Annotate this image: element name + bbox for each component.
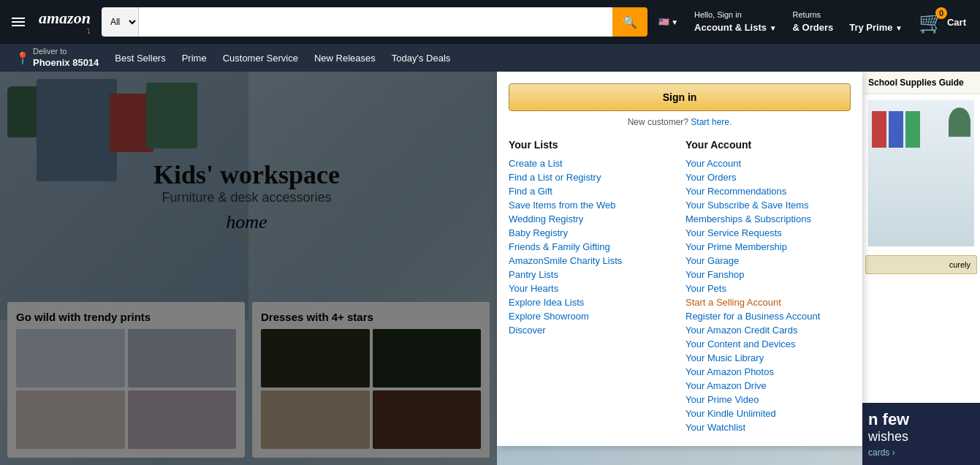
prime-membership-link[interactable]: Your Prime Membership	[685, 240, 851, 254]
your-account-link[interactable]: Your Account	[685, 156, 851, 170]
search-icon: 🔍	[623, 16, 637, 29]
side-promo-card[interactable]: n few wishes cards ›	[862, 403, 980, 465]
start-selling-link[interactable]: Start a Selling Account	[685, 295, 851, 309]
deliver-line2: Phoenix 85014	[33, 57, 99, 69]
chevron-down-icon: ▼	[770, 24, 777, 32]
shelf-placeholder	[868, 100, 974, 246]
account-title: Your Account	[685, 139, 851, 151]
amazonsmile-link[interactable]: AmazonSmile Charity Lists	[509, 254, 674, 268]
right-shelf-image	[862, 94, 980, 252]
logo-text: amazon	[39, 9, 91, 28]
cart-count-badge: 0	[935, 7, 947, 19]
prime-link[interactable]: Prime	[175, 48, 213, 69]
right-side-panel: School Supplies Guide curely n few wishe…	[862, 72, 980, 465]
search-category-select[interactable]: All	[102, 7, 139, 37]
dropdown-columns: Your Lists Create a List Find a List or …	[509, 139, 851, 434]
best-sellers-link[interactable]: Best Sellers	[108, 48, 172, 69]
dim-overlay	[0, 72, 497, 465]
save-items-link[interactable]: Save Items from the Web	[509, 198, 674, 212]
checkout-label: curely	[949, 260, 970, 269]
your-orders-link[interactable]: Your Orders	[685, 170, 851, 184]
try-prime-button[interactable]: Try Prime ▼	[844, 6, 908, 38]
find-list-link[interactable]: Find a List or Registry	[509, 170, 674, 184]
returns-sublabel: & Orders	[793, 21, 834, 34]
service-requests-link[interactable]: Your Service Requests	[685, 226, 851, 240]
kindle-unlimited-link[interactable]: Your Kindle Unlimited	[685, 407, 851, 420]
book1	[872, 111, 886, 148]
search-button[interactable]: 🔍	[612, 7, 647, 37]
hello-label: Hello, Sign in	[694, 10, 777, 20]
account-column: Your Account Your Account Your Orders Yo…	[685, 139, 851, 434]
promo-text-2: wishes	[868, 429, 974, 445]
explore-showroom-link[interactable]: Explore Showroom	[509, 309, 674, 323]
country-selector[interactable]: 🇺🇸 ▼	[653, 13, 683, 31]
your-hearts-link[interactable]: Your Hearts	[509, 281, 674, 295]
deliver-to[interactable]: 📍 Deliver to Phoenix 85014	[9, 42, 105, 72]
main-header: amazon ⤵ All 🔍 🇺🇸 ▼ Hello, Sign in Accou…	[0, 0, 980, 44]
your-pets-link[interactable]: Your Pets	[685, 281, 851, 295]
wedding-registry-link[interactable]: Wedding Registry	[509, 212, 674, 226]
plant-decor	[949, 107, 970, 137]
credit-cards-link[interactable]: Your Amazon Credit Cards	[685, 323, 851, 337]
account-lists-label: Account & Lists ▼	[694, 21, 777, 34]
new-customer-text: New customer? Start here.	[509, 117, 851, 127]
baby-registry-link[interactable]: Baby Registry	[509, 226, 674, 240]
book3	[905, 111, 920, 148]
chevron-down-icon: ▼	[671, 18, 678, 26]
search-input[interactable]	[139, 7, 612, 37]
cart-label: Cart	[947, 17, 966, 28]
content-devices-link[interactable]: Your Content and Devices	[685, 337, 851, 351]
lists-column: Your Lists Create a List Find a List or …	[509, 139, 674, 434]
your-fanshop-link[interactable]: Your Fanshop	[685, 268, 851, 281]
new-releases-link[interactable]: New Releases	[308, 48, 382, 69]
sub-navigation: 📍 Deliver to Phoenix 85014 Best Sellers …	[0, 44, 980, 72]
school-supplies-guide[interactable]: School Supplies Guide	[862, 72, 980, 94]
subscribe-save-link[interactable]: Your Subscribe & Save Items	[685, 198, 851, 212]
friends-family-link[interactable]: Friends & Family Gifting	[509, 240, 674, 254]
signin-button[interactable]: Sign in	[509, 83, 851, 111]
prime-video-link[interactable]: Your Prime Video	[685, 393, 851, 407]
create-list-link[interactable]: Create a List	[509, 156, 674, 170]
amazon-drive-link[interactable]: Your Amazon Drive	[685, 379, 851, 393]
your-garage-link[interactable]: Your Garage	[685, 254, 851, 268]
start-here-link[interactable]: Start here.	[691, 117, 732, 127]
account-lists-button[interactable]: Hello, Sign in Account & Lists ▼	[689, 6, 782, 38]
hamburger-menu[interactable]	[9, 15, 28, 29]
amazon-photos-link[interactable]: Your Amazon Photos	[685, 365, 851, 379]
logo-smile: ⤵	[39, 28, 91, 35]
find-gift-link[interactable]: Find a Gift	[509, 184, 674, 198]
prime-label: Try Prime ▼	[849, 21, 903, 34]
memberships-link[interactable]: Memberships & Subscriptions	[685, 212, 851, 226]
deliver-line1: Deliver to	[33, 46, 99, 56]
your-recommendations-link[interactable]: Your Recommendations	[685, 184, 851, 198]
search-bar: All 🔍	[102, 7, 647, 37]
explore-idea-lists-link[interactable]: Explore Idea Lists	[509, 295, 674, 309]
promo-text-1: n few	[868, 410, 974, 429]
promo-link[interactable]: cards ›	[868, 447, 974, 458]
watchlist-link[interactable]: Your Watchlist	[685, 420, 851, 434]
returns-orders-button[interactable]: Returns & Orders	[788, 6, 839, 38]
checkout-securely[interactable]: curely	[865, 255, 977, 274]
returns-label: Returns	[793, 10, 834, 20]
prime-spacer	[849, 10, 903, 20]
main-content: Kids' workspace Furniture & desk accesso…	[0, 72, 980, 465]
location-icon: 📍	[15, 51, 30, 65]
lists-title: Your Lists	[509, 139, 674, 151]
music-library-link[interactable]: Your Music Library	[685, 351, 851, 365]
chevron-down-icon: ▼	[895, 24, 903, 32]
amazon-logo[interactable]: amazon ⤵	[34, 5, 96, 39]
flag-icon: 🇺🇸	[658, 17, 669, 27]
pantry-lists-link[interactable]: Pantry Lists	[509, 268, 674, 281]
cart-button[interactable]: 🛒 0 Cart	[913, 7, 971, 38]
business-account-link[interactable]: Register for a Business Account	[685, 309, 851, 323]
account-dropdown: Sign in New customer? Start here. Your L…	[497, 72, 862, 446]
book2	[889, 111, 903, 148]
customer-service-link[interactable]: Customer Service	[216, 48, 305, 69]
todays-deals-link[interactable]: Today's Deals	[385, 48, 457, 69]
discover-link[interactable]: Discover	[509, 323, 674, 337]
